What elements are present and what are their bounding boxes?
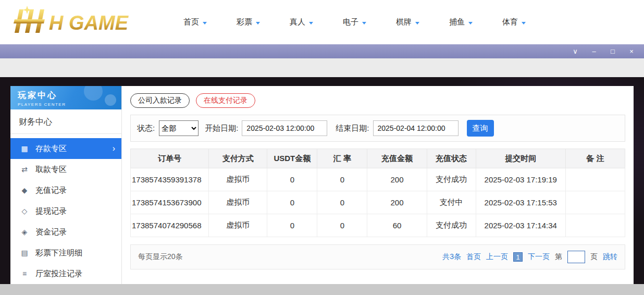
sidebar-item-withdrawal-records[interactable]: ◇ 提现记录 — [10, 201, 121, 222]
end-date-input[interactable] — [373, 120, 459, 136]
table-cell-exchange-rate: 0 — [317, 168, 367, 191]
nav-item-home[interactable]: 首页 — [183, 17, 207, 27]
sidebar-item-label: 充值记录 — [35, 186, 67, 195]
content-panel: 公司入款记录 在线支付记录 状态: 全部 开始日期: 结束日期: 查询 — [122, 86, 634, 284]
next-page-link[interactable]: 下一页 — [528, 252, 550, 262]
prev-page-link[interactable]: 上一页 — [486, 252, 508, 262]
table-cell-usdt-amount: 0 — [267, 214, 317, 237]
sidebar-item-label: 资金记录 — [35, 227, 67, 237]
window-minimize-button[interactable]: – — [590, 44, 598, 58]
site-header: H GAME 首页 彩票 真人 电子 棋牌 — [0, 0, 644, 44]
nav-item-sports[interactable]: 体育 — [502, 17, 526, 27]
document-icon: ▤ — [20, 249, 29, 257]
sidebar-menu: ▦ 存款专区 › ⇄ 取款专区 ◆ 充值记录 ◇ — [10, 134, 121, 284]
chevron-down-icon — [522, 22, 526, 24]
page-suffix-label: 页 — [590, 252, 598, 262]
column-header-payment-method: 支付方式 — [209, 149, 267, 168]
list-icon: ≡ — [20, 269, 29, 278]
withdrawal-tag-icon: ◇ — [20, 207, 29, 215]
table-cell-order-number: 1738574074290568 — [131, 214, 209, 237]
filter-bar: 状态: 全部 开始日期: 结束日期: 查询 — [130, 115, 625, 142]
table-cell-exchange-rate: 0 — [317, 191, 367, 214]
sidebar-item-funds-records[interactable]: ◈ 资金记录 — [10, 222, 121, 242]
sidebar-item-label: 存款专区 — [35, 144, 67, 154]
sidebar-item-lottery-bet-details[interactable]: ▤ 彩票下注明细 — [10, 242, 121, 263]
sidebar-item-label: 厅室投注记录 — [35, 269, 82, 279]
table-cell-remarks — [565, 191, 625, 214]
main-zone: 玩家中心 PLAYERS CENTER 财务中心 ▦ 存款专区 › ⇄ 取款专区 — [0, 58, 644, 295]
sidebar-header: 玩家中心 PLAYERS CENTER — [10, 86, 121, 109]
chevron-right-icon: › — [113, 144, 115, 153]
window-dropdown-icon[interactable]: ∨ — [571, 44, 579, 58]
end-date-label: 结束日期: — [336, 124, 369, 133]
sidebar-item-withdraw-zone[interactable]: ⇄ 取款专区 — [10, 159, 121, 180]
current-page-indicator[interactable]: 1 — [513, 252, 523, 262]
finance-center-heading: 财务中心 — [10, 109, 121, 134]
status-label: 状态: — [137, 124, 155, 133]
page-background: 玩家中心 PLAYERS CENTER 财务中心 ▦ 存款专区 › ⇄ 取款专区 — [0, 77, 644, 284]
bank-card-grid-icon: ▦ — [20, 144, 29, 153]
sidebar-item-label: 提现记录 — [35, 206, 67, 216]
tab-company-deposit-records[interactable]: 公司入款记录 — [130, 93, 190, 108]
page-number-input[interactable] — [567, 251, 585, 263]
nav-item-label: 首页 — [183, 17, 199, 27]
nav-item-electronic[interactable]: 电子 — [343, 17, 366, 27]
page-prefix-label: 第 — [555, 252, 562, 262]
table-cell-remarks — [565, 168, 625, 191]
gray-strip-top — [0, 58, 644, 77]
window-maximize-button[interactable]: □ — [609, 44, 617, 58]
window-close-button[interactable]: × — [627, 44, 636, 58]
table-cell-order-number: 1738574359391378 — [131, 168, 209, 191]
column-header-exchange-rate: 汇 率 — [317, 149, 367, 168]
nav-item-label: 体育 — [502, 17, 518, 27]
sidebar: 玩家中心 PLAYERS CENTER 财务中心 ▦ 存款专区 › ⇄ 取款专区 — [10, 86, 122, 284]
tab-online-payment-records[interactable]: 在线支付记录 — [196, 93, 255, 108]
hgame-logo[interactable]: H GAME — [7, 6, 158, 39]
table-cell-recharge-status: 支付成功 — [427, 214, 476, 237]
first-page-link[interactable]: 首页 — [466, 252, 481, 262]
payment-records-table: 订单号 支付方式 USDT金额 汇 率 充值金额 充值状态 提交时间 备 注 — [130, 149, 625, 237]
recharge-icon: ◆ — [20, 186, 29, 194]
table-cell-exchange-rate: 0 — [317, 214, 367, 237]
table-cell-recharge-amount: 60 — [367, 214, 427, 237]
pager: 共3条 首页 上一页 1 下一页 第 页 跳转 — [442, 251, 617, 263]
nav-item-chess[interactable]: 棋牌 — [396, 17, 419, 27]
chevron-down-icon — [415, 22, 419, 24]
chevron-down-icon — [309, 22, 313, 24]
sidebar-subtitle: PLAYERS CENTER — [18, 102, 121, 107]
transfer-arrows-icon: ⇄ — [20, 165, 29, 174]
table-cell-submit-time: 2025-02-03 17:19:19 — [476, 168, 565, 191]
nav-item-label: 真人 — [290, 17, 305, 27]
sidebar-item-deposit-zone[interactable]: ▦ 存款专区 › — [10, 138, 121, 159]
nav-item-label: 电子 — [343, 17, 358, 27]
nav-item-label: 棋牌 — [396, 17, 412, 27]
table-cell-usdt-amount: 0 — [267, 168, 317, 191]
table-cell-recharge-amount: 200 — [367, 191, 427, 214]
pagination-bar: 每页显示20条 共3条 首页 上一页 1 下一页 第 页 跳转 — [130, 244, 625, 269]
nav-item-label: 彩票 — [237, 17, 252, 27]
logo-text: H GAME — [49, 12, 129, 34]
chevron-down-icon — [203, 22, 207, 24]
chevron-down-icon — [362, 22, 366, 24]
query-button[interactable]: 查询 — [467, 120, 494, 137]
column-header-recharge-status: 充值状态 — [427, 149, 476, 168]
start-date-input[interactable] — [242, 120, 327, 136]
jump-link[interactable]: 跳转 — [603, 252, 617, 262]
nav-item-live[interactable]: 真人 — [290, 17, 313, 27]
money-bag-icon: ◈ — [20, 228, 29, 236]
sidebar-item-hall-bet-records[interactable]: ≡ 厅室投注记录 — [10, 263, 121, 284]
chevron-down-icon — [256, 22, 260, 24]
table-row: 1738574359391378 虚拟币 0 0 200 支付成功 2025-0… — [131, 168, 625, 191]
app-window: H GAME 首页 彩票 真人 电子 棋牌 — [0, 0, 644, 295]
status-select[interactable]: 全部 — [159, 120, 199, 136]
table-cell-submit-time: 2025-02-03 17:15:53 — [476, 191, 565, 214]
nav-item-lottery[interactable]: 彩票 — [237, 17, 260, 27]
sidebar-item-recharge-records[interactable]: ◆ 充值记录 — [10, 180, 121, 201]
table-cell-payment-method: 虚拟币 — [209, 214, 267, 237]
table-cell-payment-method: 虚拟币 — [209, 191, 267, 214]
nav-item-fishing[interactable]: 捕鱼 — [449, 17, 473, 27]
table-cell-order-number: 1738574153673900 — [131, 191, 209, 214]
gray-strip-bottom — [0, 284, 644, 295]
table-row: 1738574153673900 虚拟币 0 0 200 支付中 2025-02… — [131, 191, 625, 214]
table-header-row: 订单号 支付方式 USDT金额 汇 率 充值金额 充值状态 提交时间 备 注 — [131, 149, 625, 168]
